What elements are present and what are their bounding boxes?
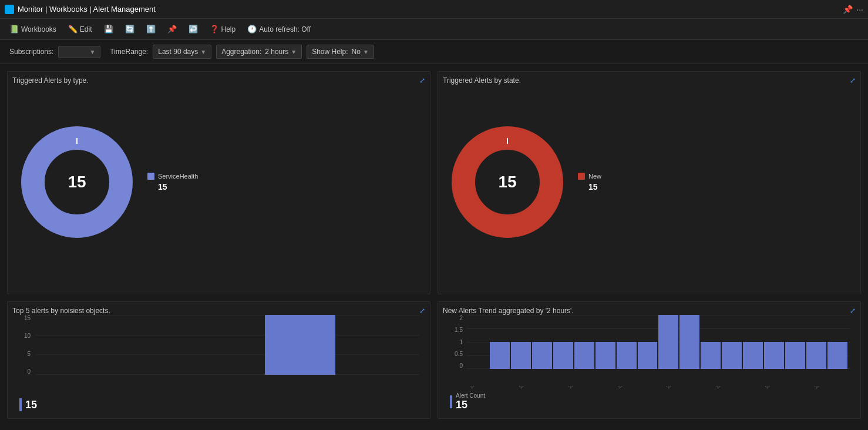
trend-summary: Alert Count 15 — [444, 390, 491, 414]
panel-trend-title: New Alerts Trend aggregated by '2 hours'… — [443, 307, 574, 315]
edit-menu[interactable]: ✏️ Edit — [63, 22, 97, 36]
x-label-2: 2024-02-15T12:00:00Z — [567, 386, 605, 389]
trend-bar-7 — [617, 342, 637, 369]
trend-bar-17 — [827, 342, 847, 369]
title-bar: Monitor | Workbooks | Alert Management 📌… — [0, 0, 868, 19]
y-axis-trend: 2 1.5 1 0.5 0 — [443, 315, 465, 369]
workbooks-icon: 📗 — [9, 25, 19, 33]
panel-alerts-by-state-title: Triggered Alerts by state. — [443, 76, 521, 85]
bar-chart-trend: 2 1.5 1 0.5 0 — [443, 315, 856, 392]
trend-count: 15 — [456, 399, 485, 411]
x-label-1: 2024-02-14T20:00:00Z — [518, 386, 556, 389]
trend-bar-10 — [679, 315, 699, 369]
timerange-arrow: ▼ — [200, 49, 206, 55]
app-title: Monitor | Workbooks | Alert Management — [18, 5, 156, 14]
aggregation-value: 2 hours — [265, 48, 288, 56]
y-label-0: 0 — [27, 368, 31, 375]
undo-icon: ↩️ — [189, 25, 198, 33]
toolbar: Subscriptions: ▼ TimeRange: Last 90 days… — [0, 40, 868, 64]
more-icon[interactable]: ··· — [856, 5, 863, 14]
save-button[interactable]: 💾 — [99, 22, 118, 36]
edit-icon: ✏️ — [68, 25, 78, 33]
bar-4 — [265, 315, 335, 375]
main-content: Triggered Alerts by type. ⤢ 15 ServiceHe… — [0, 64, 868, 426]
timerange-dropdown[interactable]: Last 90 days ▼ — [153, 45, 211, 59]
help-label: Help — [221, 25, 236, 33]
pin-button[interactable]: 📌 — [163, 22, 181, 36]
y-label-15: 15 — [24, 315, 31, 321]
trend-bar-11 — [701, 342, 721, 369]
expand-trend-icon[interactable]: ⤢ — [850, 307, 856, 315]
panel-alerts-by-type: Triggered Alerts by type. ⤢ 15 ServiceHe… — [7, 71, 430, 294]
refresh-button[interactable]: 🔄 — [120, 22, 139, 36]
donut-state-container: 15 New 15 — [443, 85, 856, 280]
timerange-label: TimeRange: — [110, 48, 148, 56]
refresh-icon: 🔄 — [125, 25, 134, 33]
app-icon — [5, 5, 14, 14]
help-icon: ❓ — [210, 25, 219, 33]
y-label-2: 2 — [459, 315, 463, 321]
legend-servicehealth: ServiceHealth — [147, 173, 198, 180]
pin2-icon: 📌 — [167, 25, 177, 33]
workbooks-label: Workbooks — [21, 25, 56, 33]
panel-alerts-by-type-title: Triggered Alerts by type. — [12, 76, 89, 85]
aggregation-dropdown[interactable]: Aggregation: 2 hours ▼ — [216, 45, 302, 59]
subscriptions-dropdown[interactable]: ▼ — [58, 46, 100, 58]
trend-bar-2 — [511, 342, 531, 369]
legend-servicehealth-color — [147, 173, 154, 180]
trend-footer: Alert Count 15 — [456, 392, 485, 411]
trend-bar-13 — [743, 342, 763, 369]
expand-type-icon[interactable]: ⤢ — [419, 76, 425, 85]
expand-top5-icon[interactable]: ⤢ — [419, 307, 425, 315]
legend-new-label: New — [588, 173, 601, 180]
expand-state-icon[interactable]: ⤢ — [850, 76, 856, 85]
legend-new: New — [578, 173, 601, 180]
y-label-5: 5 — [27, 351, 31, 357]
panel-top5-title: Top 5 alerts by noisiest objects. — [12, 307, 110, 315]
trend-bar-6 — [596, 342, 615, 369]
panel-top5-alerts: Top 5 alerts by noisiest objects. ⤢ 15 1… — [7, 301, 430, 419]
trend-bar-16 — [806, 342, 826, 369]
top5-count: 15 — [25, 399, 37, 411]
chart-area-top5 — [36, 315, 419, 375]
bars-top5 — [36, 315, 419, 375]
trend-bar-9 — [658, 315, 678, 369]
donut-type-value: 15 — [68, 173, 86, 192]
panel-alerts-trend: New Alerts Trend aggregated by '2 hours'… — [438, 301, 861, 419]
legend-state: New 15 — [578, 173, 601, 192]
x-label-7: 2024-02-29T02:00:00Z — [813, 386, 850, 389]
workbooks-menu[interactable]: 📗 Workbooks — [5, 22, 61, 36]
trend-bar-5 — [574, 342, 594, 369]
trend-bar-1 — [490, 342, 510, 369]
y-label-0.5: 0.5 — [455, 351, 463, 357]
aggregation-arrow: ▼ — [291, 49, 297, 55]
showhelp-arrow: ▼ — [363, 49, 369, 55]
y-axis-top5: 15 10 5 0 — [12, 315, 33, 375]
pin-icon[interactable]: 📌 — [843, 5, 853, 14]
trend-bars — [466, 315, 850, 369]
share-button[interactable]: ⬆️ — [142, 22, 160, 36]
trend-bar-15 — [785, 342, 805, 369]
aggregation-label: Aggregation: — [221, 48, 261, 56]
undo-button[interactable]: ↩️ — [184, 22, 203, 36]
top5-summary: 15 — [14, 396, 43, 414]
trend-summary-bar — [450, 395, 452, 408]
donut-state-value: 15 — [498, 173, 516, 192]
legend-new-color — [578, 173, 585, 180]
trend-bar-4 — [553, 342, 573, 369]
trend-chart-area: 2024-02-07T04:00:00Z 2024-02-14T20:00:00… — [466, 315, 850, 369]
x-label-6: 2024-02-28T02:00:00Z — [764, 386, 802, 389]
y-label-10: 10 — [24, 332, 31, 339]
help-menu[interactable]: ❓ Help — [205, 22, 241, 36]
y-label-1: 1 — [459, 339, 463, 345]
x-label-3: 2024-02-20T20:00:00Z — [617, 386, 654, 389]
trend-bar-14 — [764, 342, 784, 369]
autorefresh-menu[interactable]: 🕐 Auto refresh: Off — [243, 22, 315, 36]
clock-icon: 🕐 — [247, 25, 257, 33]
autorefresh-label: Auto refresh: Off — [259, 25, 311, 33]
showhelp-dropdown[interactable]: Show Help: No ▼ — [307, 45, 374, 59]
panel-alerts-by-state: Triggered Alerts by state. ⤢ 15 New 15 — [438, 71, 861, 294]
showhelp-label: Show Help: — [312, 48, 348, 56]
menu-bar: 📗 Workbooks ✏️ Edit 💾 🔄 ⬆️ 📌 ↩️ ❓ Help 🕐… — [0, 19, 868, 40]
trend-x-labels: 2024-02-07T04:00:00Z 2024-02-14T20:00:00… — [466, 386, 850, 391]
